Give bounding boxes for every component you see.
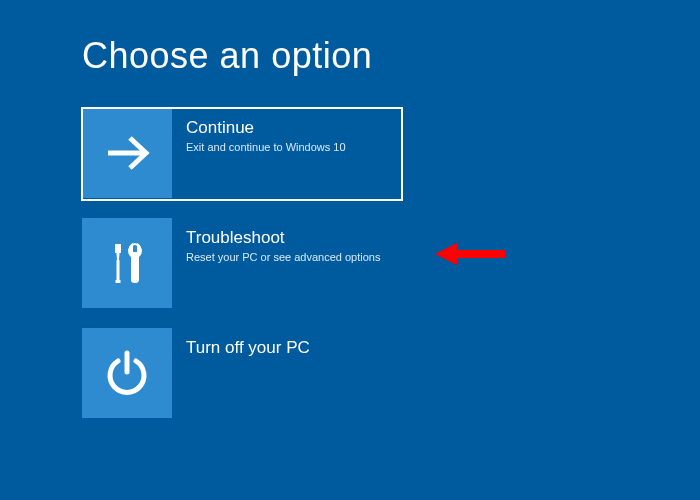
option-subtitle: Exit and continue to Windows 10 xyxy=(186,140,346,154)
svg-rect-3 xyxy=(117,260,120,280)
tools-icon xyxy=(82,218,172,308)
power-icon xyxy=(82,328,172,418)
option-title: Turn off your PC xyxy=(186,338,310,358)
options-list: Continue Exit and continue to Windows 10 xyxy=(82,108,402,420)
arrow-right-icon xyxy=(82,108,172,198)
svg-marker-2 xyxy=(117,253,120,260)
option-text: Turn off your PC xyxy=(172,328,310,360)
option-continue[interactable]: Continue Exit and continue to Windows 10 xyxy=(82,108,402,200)
option-subtitle: Reset your PC or see advanced options xyxy=(186,250,380,264)
svg-marker-6 xyxy=(435,243,505,265)
annotation-arrow-icon xyxy=(435,239,505,269)
option-turn-off[interactable]: Turn off your PC xyxy=(82,328,402,420)
option-text: Troubleshoot Reset your PC or see advanc… xyxy=(172,218,380,264)
svg-rect-1 xyxy=(115,244,121,253)
page-title: Choose an option xyxy=(82,35,372,77)
svg-rect-4 xyxy=(116,280,121,283)
option-text: Continue Exit and continue to Windows 10 xyxy=(172,108,346,154)
option-title: Continue xyxy=(186,118,346,138)
option-troubleshoot[interactable]: Troubleshoot Reset your PC or see advanc… xyxy=(82,218,402,310)
option-title: Troubleshoot xyxy=(186,228,380,248)
